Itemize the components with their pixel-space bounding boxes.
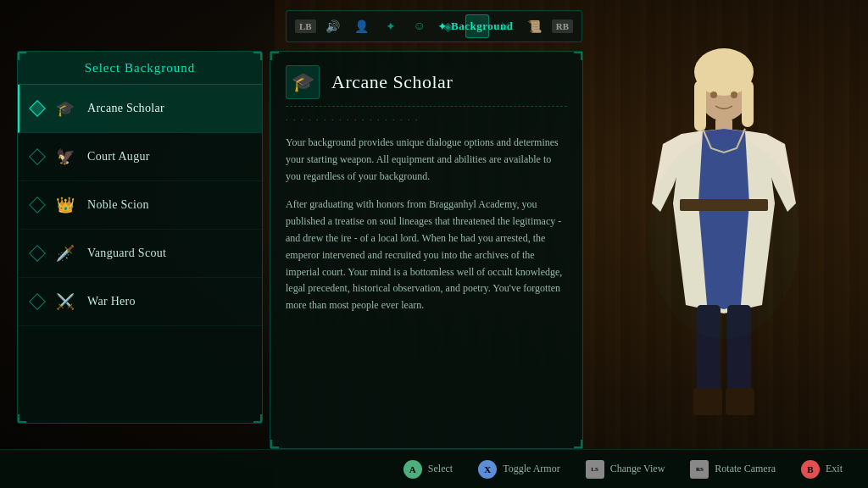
detail-header: 🎓 Arcane Scholar (286, 65, 567, 107)
detail-icon: 🎓 (286, 65, 320, 99)
arcane-scholar-icon: 🎓 (52, 95, 79, 122)
audio-nav-item[interactable]: 🔊 (321, 14, 345, 38)
selection-diamond (29, 245, 46, 262)
svg-rect-3 (742, 80, 754, 127)
svg-rect-9 (726, 388, 754, 415)
b-button[interactable]: B (801, 460, 820, 479)
svg-rect-2 (694, 80, 706, 131)
background-detail-panel: 🎓 Arcane Scholar · · · · · · · · · · · ·… (270, 51, 583, 449)
appearance-nav-item[interactable]: ☺ (408, 14, 431, 38)
court-augur-icon: 🦅 (52, 143, 79, 170)
court-augur-label: Court Augur (87, 150, 150, 164)
rotate-camera-label: Rotate Camera (715, 463, 776, 475)
a-button[interactable]: A (403, 460, 422, 479)
rs-button[interactable]: RS (690, 460, 709, 479)
combat-nav-item[interactable]: ⚔ (494, 14, 518, 38)
divider-dots: · · · · · · · · · · · · · · · · · · (286, 115, 567, 125)
svg-point-10 (710, 92, 717, 98)
character-display (605, 34, 843, 449)
toggle-armor-action[interactable]: X Toggle Armor (478, 460, 559, 479)
exit-action[interactable]: B Exit (801, 460, 843, 479)
panel-header-text: Select Background (85, 61, 196, 75)
selection-diamond (29, 197, 46, 214)
select-action[interactable]: A Select (403, 460, 453, 479)
lore-nav-item[interactable]: 📜 (523, 14, 547, 38)
toggle-armor-label: Toggle Armor (503, 463, 559, 475)
character-nav-item[interactable]: 👤 (350, 14, 374, 38)
rb-button[interactable]: RB (552, 19, 573, 33)
svg-point-11 (731, 92, 737, 98)
change-view-action[interactable]: LS Change View (586, 460, 665, 479)
detail-paragraph-2: After graduating with honors from Bragga… (286, 197, 567, 314)
panel-header: Select Background (18, 52, 262, 85)
lb-button[interactable]: LB (295, 19, 316, 33)
bottom-action-bar: A Select X Toggle Armor LS Change View R… (0, 449, 868, 488)
rotate-camera-action[interactable]: RS Rotate Camera (690, 460, 776, 479)
background-nav-item[interactable]: ✦ Background (465, 14, 489, 38)
list-item[interactable]: 👑 Noble Scion (18, 181, 262, 230)
war-hero-label: War Hero (87, 295, 136, 308)
noble-scion-label: Noble Scion (87, 198, 149, 212)
skills-nav-item[interactable]: ✦ (379, 14, 403, 38)
exit-label: Exit (826, 463, 843, 475)
noble-scion-icon: 👑 (52, 191, 79, 219)
svg-rect-8 (693, 388, 722, 415)
list-item[interactable]: 🎓 Arcane Scholar (18, 85, 262, 133)
vanguard-scout-icon: 🗡️ (52, 240, 79, 267)
change-view-label: Change View (610, 463, 665, 475)
selection-diamond (29, 148, 46, 165)
svg-point-12 (648, 136, 800, 339)
detail-paragraph-1: Your background provides unique dialogue… (286, 135, 567, 185)
ls-button[interactable]: LS (586, 460, 604, 479)
war-hero-icon: ⚔️ (52, 288, 79, 315)
list-item[interactable]: 🗡️ Vanguard Scout (18, 230, 262, 278)
x-button[interactable]: X (478, 460, 497, 479)
selection-diamond (29, 100, 46, 117)
vanguard-scout-label: Vanguard Scout (87, 247, 166, 260)
selection-diamond (29, 293, 46, 310)
background-list: 🎓 Arcane Scholar 🦅 Court Augur 👑 Noble S… (18, 85, 262, 326)
top-navigation: LB 🔊 👤 ✦ ☺ ◈ ✦ Background ⚔ 📜 RB (286, 10, 582, 42)
detail-body: Your background provides unique dialogue… (286, 135, 567, 314)
select-label: Select (428, 463, 453, 475)
arcane-scholar-label: Arcane Scholar (87, 102, 164, 115)
list-item[interactable]: ⚔️ War Hero (18, 278, 262, 326)
list-item[interactable]: 🦅 Court Augur (18, 133, 262, 181)
detail-title: Arcane Scholar (331, 71, 453, 93)
background-selection-panel: Select Background 🎓 Arcane Scholar 🦅 Cou… (17, 51, 263, 424)
